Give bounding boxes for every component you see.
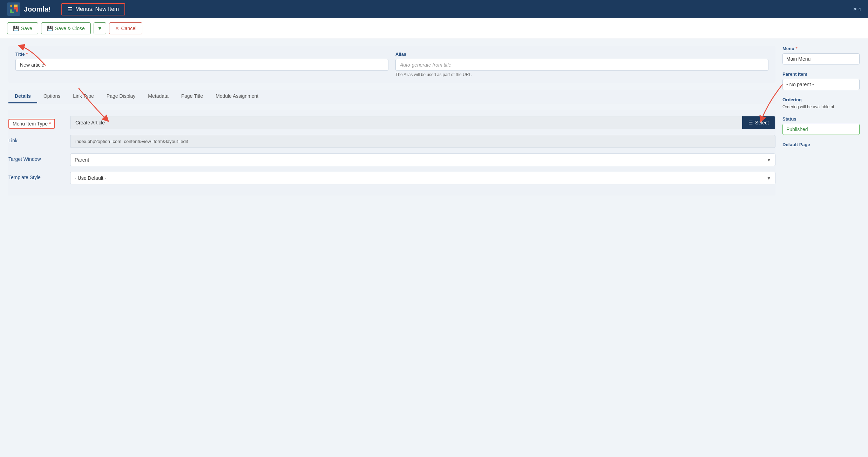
page-title: ☰ Menus: New Item bbox=[61, 3, 125, 15]
ordering-group: Ordering Ordering will be available af bbox=[782, 97, 860, 109]
svg-rect-0 bbox=[7, 2, 20, 16]
parent-item-group: Parent Item bbox=[782, 71, 860, 90]
main-content: Title * Alias The Alias will be used as … bbox=[0, 39, 868, 457]
link-label: Link bbox=[8, 135, 65, 143]
toolbar: 💾 Save 💾 Save & Close ▼ ✕ Cancel bbox=[0, 18, 868, 39]
target-window-row: Target Window Parent New Window ▼ bbox=[8, 154, 775, 166]
link-row: Link index.php?option=com_content&view=f… bbox=[8, 135, 775, 148]
cancel-icon: ✕ bbox=[115, 26, 119, 31]
chevron-down-icon: ▼ bbox=[97, 26, 102, 31]
status-group: Status Published bbox=[782, 116, 860, 135]
link-display: index.php?option=com_content&view=form&l… bbox=[70, 135, 775, 148]
brand-name: Joomla! bbox=[24, 5, 51, 13]
status-badge[interactable]: Published bbox=[782, 124, 860, 135]
menu-icon: ☰ bbox=[68, 6, 73, 13]
list-icon: ☰ bbox=[748, 120, 753, 125]
alias-label: Alias bbox=[395, 52, 768, 57]
target-window-label: Target Window bbox=[8, 154, 65, 162]
navbar: Joomla! ☰ Menus: New Item ⚑ 4 bbox=[0, 0, 868, 18]
template-style-row: Template Style - Use Default - ▼ bbox=[8, 172, 775, 184]
ordering-label: Ordering bbox=[782, 97, 860, 102]
tab-module-assignment[interactable]: Module Assignment bbox=[209, 90, 265, 103]
right-panel: Menu * Parent Item Ordering Ordering wil… bbox=[782, 46, 860, 450]
link-value-container: index.php?option=com_content&view=form&l… bbox=[70, 135, 775, 148]
cancel-button[interactable]: ✕ Cancel bbox=[109, 22, 143, 34]
tab-options[interactable]: Options bbox=[37, 90, 67, 103]
tab-link-type[interactable]: Link Type bbox=[67, 90, 100, 103]
left-panel: Title * Alias The Alias will be used as … bbox=[8, 46, 775, 450]
menu-item-type-label: Menu Item Type * bbox=[8, 119, 55, 129]
menu-item-type-row: Menu Item Type * Create Article ☰ Select bbox=[8, 116, 775, 129]
title-required: * bbox=[26, 52, 28, 57]
title-group: Title * bbox=[15, 52, 388, 77]
template-style-label: Template Style bbox=[8, 172, 65, 180]
tabs: Details Options Link Type Page Display M… bbox=[8, 90, 775, 103]
target-window-select[interactable]: Parent New Window bbox=[70, 154, 775, 166]
menu-item-type-display: Create Article bbox=[70, 116, 742, 129]
select-button[interactable]: ☰ Select bbox=[742, 116, 775, 129]
joomla-logo-icon bbox=[7, 2, 20, 16]
tab-page-display[interactable]: Page Display bbox=[100, 90, 142, 103]
status-label: Status bbox=[782, 116, 860, 122]
tab-page-title[interactable]: Page Title bbox=[175, 90, 209, 103]
menu-sidebar-label: Menu * bbox=[782, 46, 860, 51]
parent-item-label: Parent Item bbox=[782, 71, 860, 77]
target-window-value: Parent New Window ▼ bbox=[70, 154, 775, 166]
alias-input[interactable] bbox=[395, 59, 768, 71]
save-button[interactable]: 💾 Save bbox=[7, 22, 38, 34]
menu-required: * bbox=[796, 46, 798, 51]
tab-details[interactable]: Details bbox=[8, 90, 37, 103]
alias-group: Alias The Alias will be used as part of … bbox=[395, 52, 768, 77]
menu-input[interactable] bbox=[782, 53, 860, 64]
menu-item-type-required: * bbox=[49, 121, 51, 127]
title-alias-section: Title * Alias The Alias will be used as … bbox=[8, 46, 775, 83]
default-page-group: Default Page bbox=[782, 142, 860, 147]
brand: Joomla! bbox=[7, 2, 51, 16]
template-style-select[interactable]: - Use Default - bbox=[70, 172, 775, 184]
title-input[interactable] bbox=[15, 59, 388, 71]
menu-item-type-value: Create Article ☰ Select bbox=[70, 116, 775, 129]
save-close-button[interactable]: 💾 Save & Close bbox=[41, 22, 91, 34]
save-close-icon: 💾 bbox=[47, 26, 53, 31]
title-label: Title * bbox=[15, 52, 388, 57]
menu-field-group: Menu * bbox=[782, 46, 860, 64]
menu-item-type-label-container: Menu Item Type * bbox=[8, 116, 65, 129]
notifications[interactable]: ⚑ 4 bbox=[853, 7, 861, 12]
tab-metadata[interactable]: Metadata bbox=[142, 90, 175, 103]
menu-item-type-select-row: Create Article ☰ Select bbox=[70, 116, 775, 129]
dropdown-button[interactable]: ▼ bbox=[94, 22, 106, 34]
save-icon: 💾 bbox=[13, 26, 19, 31]
alias-hint: The Alias will be used as part of the UR… bbox=[395, 72, 768, 77]
ordering-hint: Ordering will be available af bbox=[782, 104, 860, 109]
parent-item-input[interactable] bbox=[782, 79, 860, 90]
default-page-label: Default Page bbox=[782, 142, 860, 147]
template-style-value: - Use Default - ▼ bbox=[70, 172, 775, 184]
tab-content-details: Menu Item Type * Create Article ☰ Select bbox=[8, 110, 775, 196]
